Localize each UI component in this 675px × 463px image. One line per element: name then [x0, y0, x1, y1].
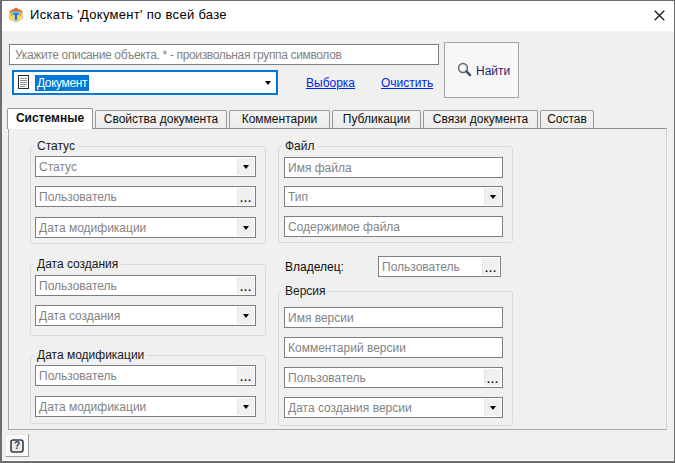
svg-text:?: ?	[14, 440, 20, 451]
